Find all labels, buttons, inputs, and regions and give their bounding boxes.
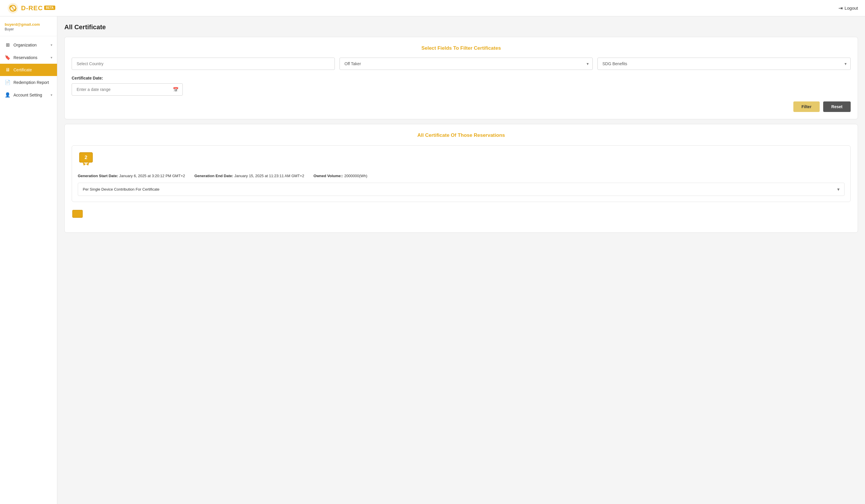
- generation-end-date: Generation End Date: January 15, 2025 at…: [195, 174, 304, 178]
- calendar-icon: 📅: [173, 87, 179, 92]
- svg-point-2: [10, 5, 11, 7]
- svg-point-3: [14, 9, 16, 11]
- date-input-wrapper: 📅: [72, 83, 183, 96]
- chevron-down-icon: ▾: [837, 187, 840, 192]
- owned-volume: Owned Volume:: 2000000(Wh): [313, 174, 367, 178]
- sidebar-nav: ⊞ Organization ▾ 🔖 Reservations ▾ 🖥 Cert…: [0, 36, 57, 504]
- top-header: D-RECBETA ⇥ Logout: [0, 0, 865, 16]
- user-role: Buyer: [5, 27, 52, 31]
- sidebar-item-reservations[interactable]: 🔖 Reservations ▾: [0, 51, 57, 64]
- date-range-input[interactable]: [72, 83, 183, 96]
- expand-contribution-row[interactable]: Per Single Device Contribution For Certi…: [78, 183, 844, 196]
- chevron-down-icon: ▾: [50, 43, 52, 47]
- chevron-down-icon: ▾: [50, 93, 52, 97]
- logo-icon: [7, 2, 19, 14]
- chevron-down-icon: ▾: [50, 56, 52, 60]
- filter-actions: Filter Reset: [72, 102, 851, 112]
- filter-row-top: Off Taker ▾ SDG Benefits ▾: [72, 58, 851, 70]
- expand-label: Per Single Device Contribution For Certi…: [83, 187, 159, 191]
- bookmark-icon: 🔖: [5, 55, 11, 60]
- date-label: Certificate Date:: [72, 76, 851, 80]
- certificates-section: All Certificate Of Those Reservations 2: [64, 124, 858, 233]
- sidebar-item-account-setting[interactable]: 👤 Account Setting ▾: [0, 89, 57, 101]
- reset-button[interactable]: Reset: [823, 102, 851, 112]
- logout-icon: ⇥: [838, 5, 843, 11]
- certificates-heading: All Certificate Of Those Reservations: [72, 132, 851, 138]
- svg-marker-7: [86, 162, 89, 165]
- logo-area: D-RECBETA: [7, 2, 55, 14]
- generation-start-date: Generation Start Date: January 6, 2025 a…: [78, 174, 185, 178]
- sidebar-label-account-setting: Account Setting: [13, 93, 42, 97]
- sidebar-label-redemption-report: Redemption Report: [13, 80, 49, 85]
- user-section: buyerd@gmail.com Buyer: [0, 16, 57, 36]
- cert-card-partial: [72, 207, 851, 224]
- svg-text:2: 2: [84, 155, 87, 160]
- cert-badge-area: 2: [78, 151, 844, 169]
- sdg-benefits-select[interactable]: SDG Benefits: [597, 58, 851, 70]
- cert-badge-icon-partial: [72, 209, 83, 222]
- filter-card: Select Fields To Filter Certificates Off…: [64, 37, 858, 119]
- country-input[interactable]: [72, 58, 335, 70]
- sidebar: buyerd@gmail.com Buyer ⊞ Organization ▾ …: [0, 16, 57, 504]
- person-icon: 👤: [5, 92, 11, 98]
- svg-marker-6: [83, 162, 86, 165]
- page-title: All Certificate: [64, 23, 858, 31]
- grid-icon: ⊞: [5, 42, 11, 48]
- user-email: buyerd@gmail.com: [5, 22, 52, 27]
- cert-info-row: Generation Start Date: January 6, 2025 a…: [78, 174, 844, 178]
- sidebar-item-redemption-report[interactable]: 📄 Redemption Report: [0, 76, 57, 89]
- sidebar-item-organization[interactable]: ⊞ Organization ▾: [0, 38, 57, 51]
- monitor-icon: 🖥: [5, 67, 11, 72]
- main-content: All Certificate Select Fields To Filter …: [57, 16, 865, 504]
- certificate-card: 2 Generation Start Date: January 6, 20: [72, 145, 851, 202]
- sidebar-label-organization: Organization: [13, 43, 36, 47]
- logout-button[interactable]: ⇥ Logout: [838, 5, 858, 11]
- certificate-badge-icon: 2: [78, 151, 94, 168]
- sidebar-label-reservations: Reservations: [13, 55, 37, 60]
- cert-badge: 2: [78, 151, 94, 168]
- sidebar-item-certificate[interactable]: 🖥 Certificate: [0, 64, 57, 76]
- file-icon: 📄: [5, 80, 11, 85]
- off-taker-select[interactable]: Off Taker: [339, 58, 593, 70]
- date-section: Certificate Date: 📅: [72, 76, 851, 96]
- filter-heading: Select Fields To Filter Certificates: [72, 45, 851, 51]
- svg-rect-9: [72, 210, 82, 218]
- logo-text: D-RECBETA: [21, 4, 55, 12]
- filter-button[interactable]: Filter: [793, 102, 820, 112]
- sidebar-label-certificate: Certificate: [13, 68, 32, 72]
- sdg-benefits-wrapper: SDG Benefits ▾: [597, 58, 851, 70]
- off-taker-wrapper: Off Taker ▾: [339, 58, 593, 70]
